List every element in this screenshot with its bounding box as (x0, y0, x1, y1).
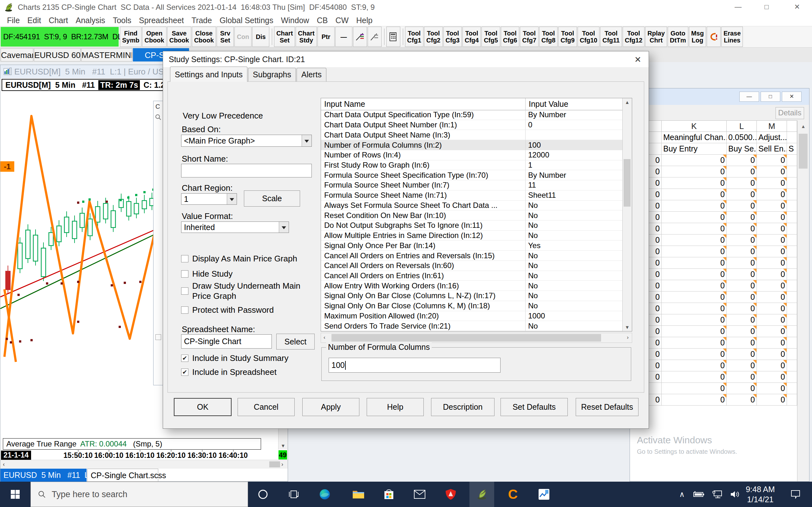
chart-horizontal-scrollbar[interactable]: ‹ › (0, 460, 288, 469)
spreadsheet-row[interactable]: 0000 (630, 291, 797, 303)
menu-help[interactable]: Help (352, 16, 376, 25)
checkbox-include-in-spreadsheet[interactable]: ✔Include in Spreadsheet (181, 367, 276, 377)
spreadsheet-cell[interactable]: 0 (757, 234, 787, 246)
spreadsheet-cell[interactable]: 0 (727, 383, 757, 394)
input-row[interactable]: Cancel All Orders on Reversals (In:60)No (321, 261, 622, 271)
chevron-down-icon[interactable] (227, 193, 237, 205)
spreadsheet-cell[interactable]: 0 (662, 177, 727, 189)
toolbar-button-tool-cfg12[interactable]: ToolCfg12 (623, 26, 645, 47)
action-center-icon[interactable] (786, 482, 805, 507)
inputs-table-scrollbar[interactable]: ▲ ▼ (622, 98, 632, 331)
spreadsheet-row[interactable]: 0000 (630, 280, 797, 291)
spreadsheet-cell[interactable]: 0 (757, 166, 787, 177)
spreadsheet-cell[interactable]: 0 (727, 212, 757, 223)
spreadsheet-vertical-scrollbar[interactable]: ▲ (797, 120, 809, 481)
chart-app-button[interactable] (531, 482, 556, 507)
checkbox-box[interactable] (181, 287, 189, 295)
spreadsheet-cell[interactable] (787, 303, 797, 314)
spreadsheet-cell[interactable]: Adjust... (757, 132, 787, 143)
toolbar-button-tool-cfg5[interactable]: ToolCfg5 (481, 26, 500, 47)
spreadsheet-cell[interactable] (787, 132, 797, 143)
dialog-tab-subgraphs[interactable]: Subgraphs (248, 68, 296, 82)
spreadsheet-cell[interactable]: 0 (727, 349, 757, 360)
spreadsheet-cell[interactable] (787, 349, 797, 360)
set-defaults-button[interactable]: Set Defaults (501, 398, 568, 416)
toolbar-button-tool-cfg2[interactable]: ToolCfg2 (424, 26, 443, 47)
column-header-m[interactable]: M (757, 120, 787, 132)
close-button[interactable]: ✕ (786, 0, 808, 14)
menu-trade[interactable]: Trade (188, 16, 216, 25)
spreadsheet-row[interactable]: 0000 (630, 166, 797, 177)
orange-c-app-button[interactable]: C (501, 482, 525, 507)
chart-region-combobox[interactable]: 1 (181, 193, 237, 205)
spreadsheet-cell[interactable]: 0 (727, 257, 757, 269)
cancel-button[interactable]: Cancel (238, 398, 295, 416)
spreadsheet-cell[interactable]: 0 (727, 166, 757, 177)
apply-button[interactable]: Apply (302, 398, 359, 416)
spreadsheet-cell[interactable] (787, 166, 797, 177)
dialog-close-icon[interactable]: ✕ (632, 54, 644, 65)
scale-button[interactable]: Scale (244, 190, 300, 207)
reset-defaults-button[interactable]: Reset Defaults (576, 398, 639, 416)
menu-global-settings[interactable]: Global Settings (216, 16, 277, 25)
spreadsheet-cell[interactable]: 0 (662, 372, 727, 383)
spreadsheet-cell[interactable]: 0 (662, 349, 727, 360)
toolbar-button-msg-log[interactable]: MsgLog (689, 26, 706, 47)
toolbar-button-tool-cfg10[interactable]: ToolCfg10 (577, 26, 600, 47)
spreadsheet-cell[interactable] (787, 280, 797, 291)
chevron-down-icon[interactable] (302, 135, 311, 147)
chartbook-tab-caveman[interactable]: Caveman (1, 48, 33, 61)
spreadsheet-cell[interactable]: 0 (727, 200, 757, 212)
spreadsheet-cell[interactable]: 0 (757, 314, 787, 326)
spreadsheet-cell[interactable]: 0 (662, 166, 727, 177)
spreadsheet-cell[interactable]: 0 (727, 189, 757, 200)
maximize-button[interactable]: □ (756, 0, 778, 14)
spreadsheet-cell[interactable]: 0 (757, 280, 787, 291)
spreadsheet-cell[interactable] (787, 200, 797, 212)
spreadsheet-restore-button[interactable]: □ (761, 92, 780, 102)
spreadsheet-row[interactable]: 0000 (630, 360, 797, 372)
toolbar-button-srv-set[interactable]: SrvSet (217, 26, 234, 47)
taskbar-search-input[interactable]: Type here to search (31, 482, 248, 507)
toolbar-button-rplay-chrt[interactable]: RplayChrt (645, 26, 667, 47)
spreadsheet-cell[interactable] (787, 155, 797, 166)
sierra-chart-taskbar-button[interactable] (469, 482, 494, 507)
toolbar-button-chart-stdy[interactable]: ChartStdy (296, 26, 316, 47)
scrollbar-thumb[interactable] (623, 159, 630, 207)
spreadsheet-cell[interactable]: 0 (757, 246, 787, 257)
scroll-up-icon[interactable]: ▲ (623, 100, 632, 105)
checkbox-draw-study-underneath-main-price-graph[interactable]: Draw Study Underneath Main Price Graph (181, 281, 310, 301)
spreadsheet-cell[interactable] (787, 394, 797, 406)
spreadsheet-cell[interactable]: 0 (662, 269, 727, 280)
spreadsheet-cell[interactable]: 0 (757, 326, 787, 337)
start-button[interactable] (0, 482, 31, 507)
spreadsheet-cell[interactable]: 0 (727, 155, 757, 166)
spreadsheet-row[interactable]: 0000 (630, 234, 797, 246)
spreadsheet-cell[interactable] (787, 246, 797, 257)
spreadsheet-cell[interactable] (787, 234, 797, 246)
spreadsheet-cell[interactable]: 0 (727, 314, 757, 326)
spreadsheet-row[interactable]: 0000 (630, 223, 797, 234)
menu-chart[interactable]: Chart (45, 16, 72, 25)
spreadsheet-titlebar[interactable]: — □ ✕ (630, 89, 809, 105)
input-row[interactable]: Number of Formula Columns (In:2)100 (321, 140, 622, 150)
spreadsheet-row[interactable]: 0000 (630, 337, 797, 349)
spreadsheet-cell[interactable]: 0 (757, 212, 787, 223)
input-row[interactable]: Chart Data Output Sheet Number (In:1)0 (321, 120, 622, 130)
spreadsheet-row[interactable]: 0000 (630, 246, 797, 257)
spreadsheet-cell[interactable]: 0 (662, 303, 727, 314)
toolbar-button-tool-cfg1[interactable]: ToolCfg1 (405, 26, 423, 47)
input-row[interactable]: Allow Entry With Working Orders (In:16)N… (321, 281, 622, 291)
spreadsheet-cell[interactable]: 0 (757, 223, 787, 234)
input-row[interactable]: Formula Source Sheet Number (In:7)11 (321, 180, 622, 190)
spreadsheet-close-button[interactable]: ✕ (782, 92, 802, 102)
spreadsheet-cell[interactable]: 0 (727, 394, 757, 406)
spreadsheet-cell[interactable]: 0 (757, 200, 787, 212)
spreadsheet-cell[interactable]: Buy Se... (727, 143, 757, 155)
menu-tools[interactable]: Tools (109, 16, 135, 25)
minimize-button[interactable]: — (727, 0, 749, 14)
spreadsheet-cell[interactable] (787, 337, 797, 349)
spreadsheet-row[interactable]: 0000 (630, 326, 797, 337)
spreadsheet-cell[interactable]: 0 (727, 177, 757, 189)
short-name-input[interactable] (181, 164, 312, 177)
